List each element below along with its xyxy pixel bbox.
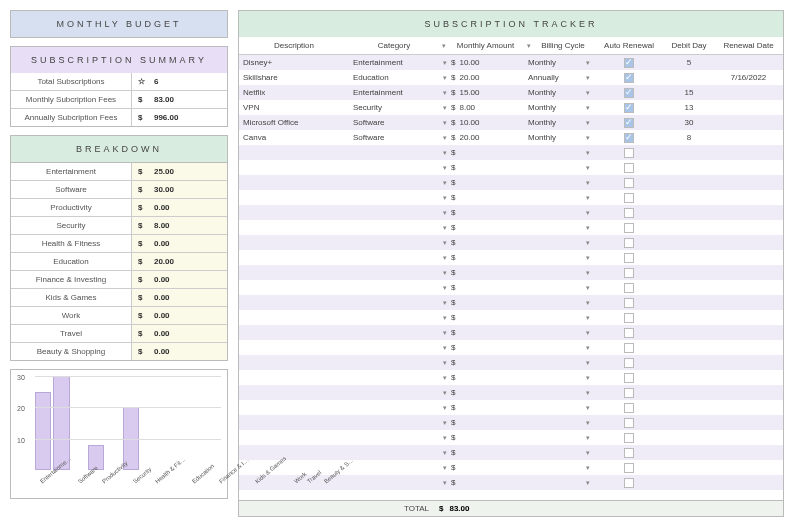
checkbox-icon[interactable]: [624, 448, 634, 458]
checkbox-icon[interactable]: [624, 58, 634, 68]
cell-debit[interactable]: [664, 407, 714, 409]
cell-desc[interactable]: [239, 152, 349, 154]
cell-debit[interactable]: [664, 182, 714, 184]
checkbox-icon[interactable]: [624, 178, 634, 188]
cell-desc[interactable]: [239, 287, 349, 289]
cell-amt[interactable]: ▾$: [439, 222, 524, 233]
cell-cat[interactable]: [349, 167, 439, 169]
cell-debit[interactable]: [664, 257, 714, 259]
cell-amt[interactable]: ▾$: [439, 237, 524, 248]
cell-debit[interactable]: [664, 212, 714, 214]
cell-desc[interactable]: Microsoft Office: [239, 117, 349, 128]
cell-amt[interactable]: ▾$15.00: [439, 87, 524, 98]
cell-auto[interactable]: [594, 237, 664, 249]
cell-auto[interactable]: [594, 57, 664, 69]
cell-auto[interactable]: [594, 477, 664, 489]
cell-auto[interactable]: [594, 117, 664, 129]
cell-cat[interactable]: Software: [349, 117, 439, 128]
cell-cat[interactable]: [349, 257, 439, 259]
tracker-row[interactable]: ▾$▾: [239, 175, 783, 190]
cell-debit[interactable]: 15: [664, 87, 714, 98]
cell-renew[interactable]: [714, 452, 783, 454]
cell-cycle[interactable]: Monthly▾: [524, 57, 594, 68]
cell-desc[interactable]: [239, 227, 349, 229]
tracker-row[interactable]: CanvaSoftware▾$20.00Monthly▾8: [239, 130, 783, 145]
cell-cat[interactable]: Security: [349, 102, 439, 113]
cell-debit[interactable]: [664, 452, 714, 454]
cell-renew[interactable]: [714, 62, 783, 64]
cell-debit[interactable]: [664, 347, 714, 349]
cell-cycle[interactable]: Monthly▾: [524, 102, 594, 113]
cell-cycle[interactable]: ▾: [524, 403, 594, 413]
cell-amt[interactable]: ▾$8.00: [439, 102, 524, 113]
cell-cat[interactable]: [349, 227, 439, 229]
cell-renew[interactable]: [714, 197, 783, 199]
tracker-row[interactable]: VPNSecurity▾$8.00Monthly▾13: [239, 100, 783, 115]
tracker-row[interactable]: ▾$▾: [239, 400, 783, 415]
cell-renew[interactable]: [714, 227, 783, 229]
checkbox-icon[interactable]: [624, 148, 634, 158]
checkbox-icon[interactable]: [624, 343, 634, 353]
cell-cat[interactable]: [349, 377, 439, 379]
tracker-row[interactable]: SkillshareEducation▾$20.00Annually▾7/16/…: [239, 70, 783, 85]
cell-renew[interactable]: [714, 122, 783, 124]
cell-cycle[interactable]: ▾: [524, 223, 594, 233]
cell-desc[interactable]: [239, 407, 349, 409]
cell-cycle[interactable]: ▾: [524, 343, 594, 353]
cell-debit[interactable]: [664, 317, 714, 319]
cell-renew[interactable]: [714, 92, 783, 94]
tracker-row[interactable]: ▾$▾: [239, 280, 783, 295]
cell-desc[interactable]: [239, 392, 349, 394]
tracker-row[interactable]: ▾$▾: [239, 370, 783, 385]
cell-cat[interactable]: [349, 287, 439, 289]
cell-desc[interactable]: [239, 377, 349, 379]
cell-cat[interactable]: Entertainment: [349, 57, 439, 68]
cell-auto[interactable]: [594, 147, 664, 159]
cell-desc[interactable]: [239, 197, 349, 199]
tracker-row[interactable]: ▾$▾: [239, 250, 783, 265]
cell-renew[interactable]: 7/16/2022: [714, 72, 783, 83]
cell-cycle[interactable]: ▾: [524, 208, 594, 218]
cell-debit[interactable]: [664, 392, 714, 394]
checkbox-icon[interactable]: [624, 388, 634, 398]
cell-auto[interactable]: [594, 447, 664, 459]
cell-cat[interactable]: [349, 452, 439, 454]
cell-amt[interactable]: ▾$: [439, 402, 524, 413]
cell-amt[interactable]: ▾$: [439, 192, 524, 203]
cell-cat[interactable]: [349, 272, 439, 274]
cell-auto[interactable]: [594, 252, 664, 264]
cell-amt[interactable]: ▾$: [439, 432, 524, 443]
cell-amt[interactable]: ▾$: [439, 462, 524, 473]
cell-cycle[interactable]: Monthly▾: [524, 117, 594, 128]
tracker-row[interactable]: ▾$▾: [239, 445, 783, 460]
cell-cat[interactable]: [349, 407, 439, 409]
cell-renew[interactable]: [714, 287, 783, 289]
tracker-row[interactable]: ▾$▾: [239, 145, 783, 160]
cell-renew[interactable]: [714, 272, 783, 274]
cell-cat[interactable]: [349, 437, 439, 439]
cell-renew[interactable]: [714, 212, 783, 214]
checkbox-icon[interactable]: [624, 163, 634, 173]
tracker-row[interactable]: ▾$▾: [239, 235, 783, 250]
cell-renew[interactable]: [714, 332, 783, 334]
cell-amt[interactable]: ▾$: [439, 477, 524, 488]
cell-renew[interactable]: [714, 407, 783, 409]
cell-debit[interactable]: [664, 332, 714, 334]
tracker-row[interactable]: ▾$▾: [239, 385, 783, 400]
cell-auto[interactable]: [594, 72, 664, 84]
cell-auto[interactable]: [594, 282, 664, 294]
cell-cat[interactable]: [349, 467, 439, 469]
cell-debit[interactable]: [664, 377, 714, 379]
cell-desc[interactable]: [239, 347, 349, 349]
tracker-row[interactable]: ▾$▾: [239, 205, 783, 220]
cell-amt[interactable]: ▾$: [439, 447, 524, 458]
cell-renew[interactable]: [714, 482, 783, 484]
checkbox-icon[interactable]: [624, 418, 634, 428]
cell-renew[interactable]: [714, 392, 783, 394]
cell-cycle[interactable]: ▾: [524, 463, 594, 473]
cell-desc[interactable]: [239, 182, 349, 184]
cell-debit[interactable]: 8: [664, 132, 714, 143]
cell-amt[interactable]: ▾$: [439, 342, 524, 353]
cell-cycle[interactable]: ▾: [524, 373, 594, 383]
cell-cycle[interactable]: ▾: [524, 178, 594, 188]
